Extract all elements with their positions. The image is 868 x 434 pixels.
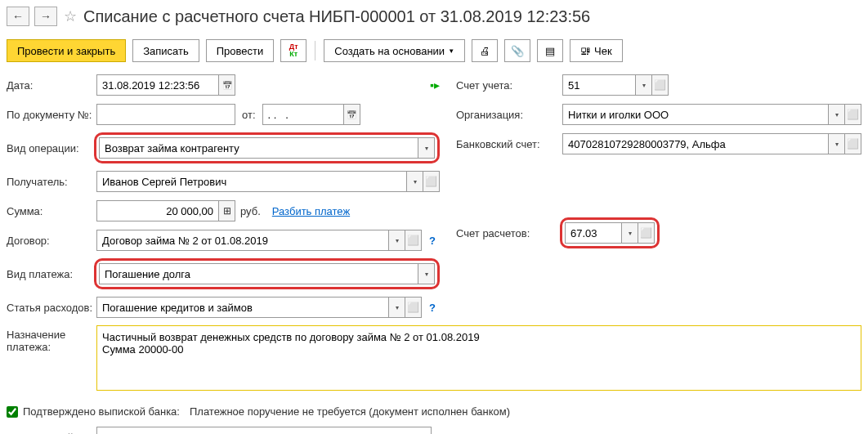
doc-num-input[interactable] [96, 104, 235, 125]
comment-input[interactable] [96, 427, 432, 434]
create-based-button[interactable]: Создать на основании ▼ [324, 39, 465, 62]
org-input[interactable] [562, 104, 829, 125]
help-icon-2[interactable]: ? [425, 300, 440, 315]
open-icon: ⬜ [847, 138, 859, 150]
org-label: Организация: [456, 109, 562, 121]
expense-input[interactable] [96, 297, 389, 318]
settle-acc-label: Счет расчетов: [456, 227, 560, 239]
calc-icon: ⊞ [223, 205, 231, 217]
contract-input[interactable] [96, 230, 389, 251]
amount-label: Сумма: [7, 205, 96, 217]
bank-acc-open[interactable]: ⬜ [845, 133, 861, 154]
doc-from-input[interactable] [262, 104, 344, 125]
recipient-input[interactable] [96, 171, 407, 192]
attachment-button[interactable]: 📎 [504, 39, 530, 62]
dtKt-button[interactable]: ДтКт [280, 39, 306, 62]
dtKt-icon: ДтКт [289, 43, 298, 58]
org-open[interactable]: ⬜ [845, 104, 861, 125]
comment-label: Комментарий: [7, 432, 96, 435]
contract-label: Договор: [7, 235, 96, 247]
confirmed-label: Подтверждено выпиской банка: [23, 405, 180, 418]
expense-dropdown[interactable] [389, 297, 405, 318]
forward-button[interactable]: → [34, 7, 57, 26]
date-label: Дата: [7, 79, 96, 92]
open-icon: ⬜ [847, 109, 859, 120]
recipient-dropdown[interactable] [407, 171, 423, 192]
status-indicator-icon: ▪▸ [430, 78, 440, 92]
confirmed-note: Платежное поручение не требуется (докуме… [190, 405, 510, 418]
expense-label: Статья расходов: [7, 302, 96, 314]
star-icon[interactable]: ☆ [62, 8, 78, 25]
expense-open[interactable]: ⬜ [405, 297, 422, 318]
receipt-icon: 🖳 [580, 45, 591, 57]
op-type-dropdown[interactable] [418, 137, 435, 159]
settle-acc-open[interactable]: ⬜ [638, 222, 655, 244]
recipient-label: Получатель: [7, 176, 96, 188]
chevron-down-icon: ▼ [448, 47, 454, 55]
op-type-label: Вид операции: [7, 142, 94, 154]
write-button[interactable]: Записать [132, 39, 199, 62]
account-dropdown[interactable] [636, 74, 652, 96]
org-dropdown[interactable] [829, 104, 845, 125]
open-icon: ⬜ [407, 235, 419, 246]
open-icon: ⬜ [654, 79, 666, 91]
contract-dropdown[interactable] [389, 230, 405, 251]
settle-acc-input[interactable] [565, 222, 622, 244]
purpose-textarea[interactable] [96, 325, 861, 391]
bank-acc-dropdown[interactable] [829, 133, 845, 154]
currency-label: руб. [240, 205, 261, 217]
date-input[interactable] [96, 74, 219, 96]
confirmed-checkbox[interactable] [7, 406, 18, 418]
print-button[interactable]: 🖨 [472, 39, 498, 62]
post-close-button[interactable]: Провести и закрыть [7, 39, 126, 62]
contract-open[interactable]: ⬜ [405, 230, 422, 251]
post-button[interactable]: Провести [206, 39, 275, 62]
account-input[interactable] [562, 74, 636, 96]
payment-type-dropdown[interactable] [418, 263, 435, 284]
list-button[interactable]: ▤ [537, 39, 563, 62]
settle-acc-dropdown[interactable] [622, 222, 638, 244]
page-title: Списание с расчетного счета НИБП-000001 … [83, 7, 590, 26]
list-icon: ▤ [545, 45, 555, 57]
back-button[interactable]: ← [7, 7, 29, 26]
paperclip-icon: 📎 [511, 45, 524, 57]
split-payment-link[interactable]: Разбить платеж [272, 205, 350, 217]
recipient-open[interactable]: ⬜ [423, 171, 440, 192]
payment-type-label: Вид платежа: [7, 268, 94, 280]
open-icon: ⬜ [640, 227, 652, 239]
print-icon: 🖨 [480, 45, 490, 57]
bank-acc-label: Банковский счет: [456, 138, 562, 150]
account-open[interactable]: ⬜ [652, 74, 669, 96]
calc-button[interactable]: ⊞ [219, 200, 235, 221]
doc-num-label: По документу №: [7, 109, 96, 121]
open-icon: ⬜ [425, 176, 437, 187]
bank-acc-input[interactable] [562, 133, 829, 154]
open-icon: ⬜ [407, 302, 419, 313]
check-button[interactable]: 🖳 Чек [570, 39, 623, 62]
purpose-label: Назначение платежа: [7, 325, 96, 353]
calendar-button[interactable] [219, 74, 235, 96]
op-type-input[interactable] [99, 137, 418, 159]
help-icon[interactable]: ? [425, 233, 440, 248]
calendar-button-2[interactable] [344, 104, 360, 125]
account-label: Счет учета: [456, 79, 562, 92]
payment-type-input[interactable] [99, 263, 418, 284]
amount-input[interactable] [96, 200, 219, 221]
from-label: от: [242, 109, 256, 121]
